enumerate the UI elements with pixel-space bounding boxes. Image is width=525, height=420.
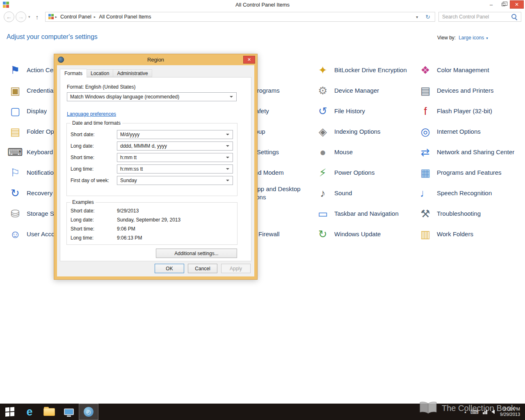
format-setting-combobox[interactable]: M/d/yyyy (117, 130, 233, 139)
restore-button[interactable] (498, 0, 509, 9)
breadcrumb-control-panel[interactable]: Control Panel (54, 14, 93, 20)
start-button[interactable] (0, 404, 20, 420)
example-row: Short time: 9:06 PM (67, 224, 237, 233)
clock-time: 9:06 PM (500, 406, 520, 412)
dialog-close-button[interactable]: ✕ (243, 56, 255, 64)
dialog-tab[interactable]: Formats (60, 69, 87, 78)
show-hidden-icons-icon[interactable]: ▴ (464, 410, 466, 414)
format-setting-value: h:mm tt (120, 155, 137, 160)
control-panel-item[interactable]: ▦ Programs and Features (418, 162, 521, 183)
apply-button[interactable]: Apply (221, 264, 251, 273)
dialog-tab-strip: Formats Location Administrative (60, 68, 152, 77)
control-panel-item-label: Indexing Options (334, 128, 381, 136)
globe-clock-icon: ◴ (84, 407, 94, 417)
sound-speaker-icon: ♪ (316, 186, 330, 200)
control-panel-item[interactable]: ♩ Speech Recognition (418, 183, 521, 203)
breadcrumb-all-items[interactable]: All Control Panel Items (93, 14, 153, 20)
storage-spaces-icon: ⛁ (8, 207, 22, 221)
dialog-tab[interactable]: Administrative (113, 69, 152, 77)
control-panel-item[interactable]: ⇄ Network and Sharing Center (418, 142, 521, 162)
dialog-tab[interactable]: Location (87, 69, 113, 77)
control-panel-item[interactable]: ◎ Internet Options (418, 121, 521, 142)
close-button[interactable]: ✕ (510, 0, 524, 9)
control-panel-item[interactable]: ⚡ Power Options (316, 162, 418, 183)
minimize-button[interactable]: – (485, 0, 497, 9)
user-accounts-icon: ☺ (8, 227, 22, 241)
format-setting-label: Long date: (71, 143, 117, 149)
region-dialog: Region ✕ Formats Location Administrative… (54, 54, 258, 280)
region-dialog-body: Formats Location Administrative Format: … (57, 65, 254, 276)
taskbar-control-panel-button[interactable]: ◴ (79, 404, 98, 420)
format-setting-label: Short date: (71, 132, 117, 137)
history-dropdown-icon[interactable]: ▾ (27, 15, 32, 19)
control-panel-item[interactable]: ▭ Taskbar and Navigation (316, 203, 418, 224)
windows-update-icon: ↻ (316, 227, 330, 241)
format-combobox[interactable]: Match Windows display language (recommen… (67, 92, 237, 101)
up-button[interactable]: ↑ (32, 12, 42, 22)
indexing-options-icon: ◈ (316, 125, 330, 139)
format-setting-combobox[interactable]: dddd, MMMM d, yyyy (117, 142, 233, 151)
action-center-flag-icon: ⚑ (8, 63, 22, 77)
example-label: Short time: (71, 226, 117, 232)
example-value: 9/29/2013 (117, 208, 139, 214)
cancel-button[interactable]: Cancel (188, 264, 217, 273)
search-icon (511, 14, 517, 20)
keyboard-icon: ⌨ (8, 145, 22, 159)
volume-icon[interactable] (491, 410, 495, 414)
address-bar-icon (48, 14, 54, 20)
control-panel-item-label: Programs and Features (437, 169, 502, 177)
control-panel-item[interactable]: ⚒ Troubleshooting (418, 203, 521, 224)
format-setting-value: M/d/yyyy (120, 132, 139, 137)
format-setting-combobox[interactable]: h:mm:ss tt (117, 164, 233, 173)
control-panel-item[interactable]: ◈ Indexing Options (316, 121, 418, 142)
control-panel-item-label: Power Options (334, 169, 374, 177)
control-panel-item[interactable]: ⚙ Device Manager (316, 80, 418, 101)
control-panel-item[interactable]: ❖ Color Management (418, 60, 521, 80)
example-label: Long date: (71, 217, 117, 223)
address-bar[interactable]: Control Panel All Control Panel Items ▾ … (45, 12, 435, 22)
control-panel-item[interactable]: ▥ Work Folders (418, 224, 521, 244)
network-icon[interactable] (483, 409, 487, 414)
control-panel-item[interactable]: ♪ Sound (316, 183, 418, 203)
taskbar-clock[interactable]: 9:06 PM 9/29/2013 (500, 406, 520, 417)
troubleshooting-icon: ⚒ (418, 207, 432, 221)
chevron-down-icon (226, 145, 229, 147)
format-setting-combobox[interactable]: h:mm tt (117, 153, 233, 162)
chevron-down-icon (226, 134, 229, 135)
ok-button[interactable]: OK (155, 264, 184, 273)
format-setting-combobox[interactable]: Sunday (117, 176, 233, 185)
format-setting-row: Short time: h:mm tt (67, 152, 237, 163)
control-panel-item-label: Display (27, 107, 47, 115)
back-button[interactable]: ← (4, 11, 14, 22)
touch-keyboard-icon[interactable]: ⌨ (470, 409, 479, 415)
search-input[interactable] (439, 14, 511, 20)
format-setting-row: Short date: M/d/yyyy (67, 129, 237, 140)
speech-recognition-mic-icon: ♩ (418, 186, 432, 200)
control-panel-item[interactable]: ● Mouse (316, 142, 418, 162)
additional-settings-button[interactable]: Additional settings... (156, 249, 237, 258)
control-panel-item-label: Taskbar and Navigation (334, 210, 399, 218)
control-panel-item[interactable]: ✦ BitLocker Drive Encryption (316, 60, 418, 80)
page-title: Adjust your computer's settings (7, 33, 98, 41)
control-panel-item[interactable]: ▤ Devices and Printers (418, 80, 521, 101)
taskbar-internet-explorer-button[interactable]: e (20, 404, 39, 420)
forward-button[interactable]: → (16, 11, 26, 22)
control-panel-item[interactable]: ↺ File History (316, 101, 418, 121)
view-by-dropdown[interactable]: Large icons (459, 35, 488, 41)
power-options-icon: ⚡ (316, 166, 330, 180)
control-panel-item[interactable]: ↻ Windows Update (316, 224, 418, 244)
control-panel-item-label: Troubleshooting (437, 210, 481, 218)
taskbar-app-button[interactable] (59, 404, 79, 420)
format-label: Format: English (United States) (67, 84, 135, 90)
control-panel-item-label: Speech Recognition (437, 189, 492, 197)
chevron-down-icon (226, 168, 229, 170)
refresh-icon[interactable]: ↻ (422, 14, 434, 20)
language-preferences-link[interactable]: Language preferences (67, 111, 116, 117)
view-by-label: View by: (437, 35, 456, 41)
address-dropdown-icon[interactable]: ▾ (412, 15, 422, 19)
search-box[interactable] (438, 12, 521, 22)
taskbar-file-explorer-button[interactable] (39, 404, 59, 420)
internet-options-globe-icon: ◎ (418, 125, 432, 139)
example-label: Long time: (71, 235, 117, 241)
control-panel-item[interactable]: f Flash Player (32-bit) (418, 101, 521, 121)
